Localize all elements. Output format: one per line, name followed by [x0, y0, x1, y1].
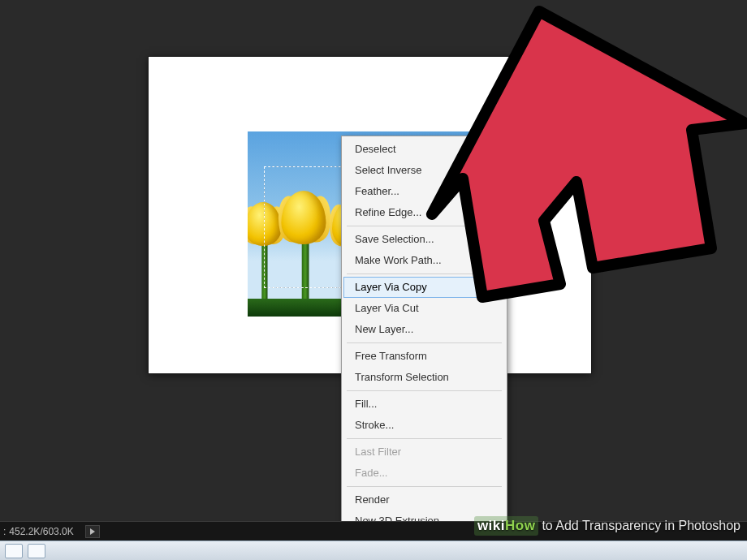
document-size-info: 452.2K/603.0K	[9, 526, 73, 537]
status-flyout-button[interactable]	[85, 525, 100, 538]
menu-separator	[347, 226, 502, 226]
wikihow-logo: wikiHow	[474, 516, 539, 536]
rectangular-marquee-selection[interactable]	[264, 166, 353, 288]
photoshop-workspace: DeselectSelect InverseFeather...Refine E…	[0, 0, 747, 521]
menu-item-layer-via-copy[interactable]: Layer Via Copy	[343, 277, 505, 298]
menu-item-fill[interactable]: Fill...	[343, 394, 505, 415]
menu-item-last-filter: Last Filter	[343, 442, 505, 463]
menu-item-free-transform[interactable]: Free Transform	[343, 346, 505, 367]
menu-item-stroke[interactable]: Stroke...	[343, 415, 505, 436]
status-prefix: :	[3, 526, 6, 537]
menu-item-refine-edge[interactable]: Refine Edge...	[343, 202, 505, 223]
menu-item-feather[interactable]: Feather...	[343, 181, 505, 202]
menu-separator	[347, 390, 502, 391]
menu-separator	[347, 438, 502, 439]
menu-item-deselect[interactable]: Deselect	[343, 139, 505, 160]
windows-taskbar	[0, 541, 747, 560]
menu-item-render[interactable]: Render	[343, 489, 505, 510]
menu-separator	[347, 486, 502, 487]
wikihow-logo-wiki: wiki	[477, 518, 505, 534]
article-title: to Add Transparency in Photoshop	[542, 519, 741, 533]
taskbar-item[interactable]	[28, 544, 45, 558]
wikihow-logo-how: How	[505, 518, 535, 534]
menu-separator	[347, 342, 502, 343]
menu-item-fade: Fade...	[343, 463, 505, 484]
menu-item-transform-selection[interactable]: Transform Selection	[343, 367, 505, 388]
menu-item-layer-via-cut[interactable]: Layer Via Cut	[343, 298, 505, 319]
wikihow-watermark: wikiHow to Add Transparency in Photoshop	[474, 516, 741, 536]
taskbar-item[interactable]	[5, 544, 23, 558]
menu-item-select-inverse[interactable]: Select Inverse	[343, 160, 505, 181]
menu-item-save-selection[interactable]: Save Selection...	[343, 229, 505, 250]
menu-separator	[347, 274, 502, 274]
menu-item-make-work-path[interactable]: Make Work Path...	[343, 250, 505, 271]
menu-item-new-layer[interactable]: New Layer...	[343, 319, 505, 340]
selection-context-menu[interactable]: DeselectSelect InverseFeather...Refine E…	[341, 136, 507, 535]
